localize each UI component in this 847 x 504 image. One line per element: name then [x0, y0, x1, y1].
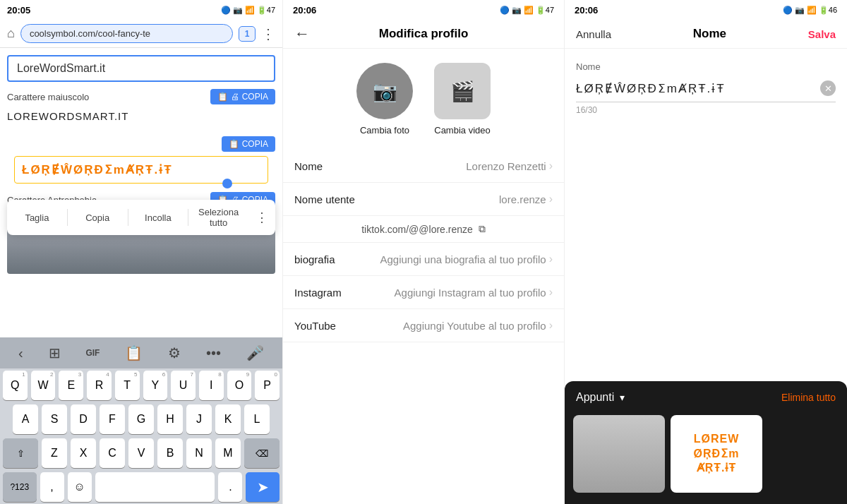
search-input[interactable]	[7, 55, 275, 82]
key-t[interactable]: 5T	[115, 371, 140, 400]
keyboard: ‹ ⊞ GIF 📋 ⚙ ••• 🎤 1Q 2W 3E 4R 5T 6Y 7U 8…	[0, 337, 282, 504]
kb-gif-btn[interactable]: GIF	[81, 345, 104, 361]
url-field[interactable]: coolsymbol.com/cool-fancy-te	[20, 24, 233, 43]
key-comma[interactable]: ,	[40, 472, 64, 502]
appunti-overlay: Appunti ▾ Elimina tutto LØREWØŖĐƩmȺŖŦ.ɨŦ	[565, 381, 847, 504]
key-r[interactable]: 4R	[87, 371, 112, 400]
keyboard-row1: 1Q 2W 3E 4R 5T 6Y 7U 8I 9O 0P	[0, 368, 282, 402]
key-e[interactable]: 3E	[59, 371, 83, 400]
key-emoji[interactable]: ☺	[68, 472, 92, 502]
save-button[interactable]: Salva	[808, 28, 836, 40]
appunti-chevron-icon[interactable]: ▾	[620, 392, 625, 403]
key-f[interactable]: F	[100, 404, 125, 434]
video-change-item[interactable]: 🎬 Cambia video	[434, 63, 491, 136]
profile-video[interactable]: 🎬	[434, 63, 491, 119]
key-h[interactable]: H	[157, 404, 183, 434]
field-label-biografia: biografia	[294, 253, 335, 265]
profile-fields: Nome Lorenzo Renzetti › Nome utente lore…	[283, 143, 564, 349]
keyboard-toolbar: ‹ ⊞ GIF 📋 ⚙ ••• 🎤	[0, 337, 282, 368]
kb-mic-btn[interactable]: 🎤	[242, 342, 268, 364]
key-w[interactable]: 2W	[31, 371, 56, 400]
cancel-button[interactable]: Annulla	[576, 28, 611, 40]
key-v[interactable]: V	[128, 438, 154, 468]
key-a[interactable]: A	[13, 404, 38, 434]
key-send[interactable]: ➤	[246, 472, 280, 502]
field-youtube[interactable]: YouTube Aggiungi Youtube al tuo profilo …	[283, 309, 564, 342]
key-z[interactable]: Z	[42, 438, 67, 468]
more-icon[interactable]: ⋮	[261, 25, 275, 42]
name-input-text: ŁØŖɆŴØŖĐƩmȺŖŦ.ɨŦ	[576, 81, 726, 96]
field-label-instagram: Instagram	[294, 287, 342, 299]
fancy-input-section[interactable]: ŁØŖɆŴØŖĐƩmȺŖŦ.ɨŦ	[14, 156, 268, 184]
key-123[interactable]: ?123	[3, 472, 37, 502]
key-d[interactable]: D	[71, 404, 96, 434]
kb-settings-btn[interactable]: ⚙	[164, 342, 185, 364]
key-b[interactable]: B	[157, 438, 183, 468]
key-s[interactable]: S	[42, 404, 67, 434]
key-y[interactable]: 6Y	[143, 371, 168, 400]
key-j[interactable]: J	[186, 404, 212, 434]
key-g[interactable]: G	[128, 404, 154, 434]
context-menu: Taglia Copia Incolla Seleziona tutto ⋮	[7, 200, 275, 235]
time-panel2: 20:06	[293, 5, 316, 16]
appunti-item-2[interactable]: LØREWØŖĐƩmȺŖŦ.ɨŦ	[671, 415, 762, 493]
copy-icon2: 📋	[229, 139, 239, 149]
key-shift[interactable]: ⇧	[3, 438, 38, 468]
context-menu-seleziona-tutto[interactable]: Seleziona tutto	[188, 200, 248, 235]
context-menu-more-icon[interactable]: ⋮	[248, 203, 275, 232]
kb-sticker-btn[interactable]: ⊞	[44, 342, 65, 364]
tab-button[interactable]: 1	[239, 26, 256, 42]
copy-link-icon[interactable]: ⧉	[479, 223, 486, 235]
key-c[interactable]: C	[100, 438, 125, 468]
selection-handle	[222, 179, 232, 188]
statusbar-panel3: 20:06 🔵 📷 📶 🔋46	[565, 0, 847, 20]
copy-btn-maiuscolo[interactable]: 📋 🖨 COPIA	[210, 89, 275, 104]
context-menu-incolla[interactable]: Incolla	[128, 205, 188, 230]
photos-section: 📷 Cambia foto 🎬 Cambia video	[283, 49, 564, 143]
field-instagram[interactable]: Instagram Aggiungi Instagram al tuo prof…	[283, 276, 564, 309]
name-edit-header: Annulla Nome Salva	[565, 20, 847, 49]
kb-back-btn[interactable]: ‹	[14, 342, 28, 364]
name-input-row[interactable]: ŁØŖɆŴØŖĐƩmȺŖŦ.ɨŦ ✕	[576, 75, 836, 102]
appunti-item-1[interactable]	[573, 415, 665, 493]
key-i[interactable]: 8I	[199, 371, 224, 400]
photo-change-item[interactable]: 📷 Cambia foto	[356, 63, 413, 136]
arrow-nome: ›	[549, 160, 553, 172]
appunti-delete-all-button[interactable]: Elimina tutto	[781, 392, 836, 403]
key-backspace[interactable]: ⌫	[244, 438, 280, 468]
key-p[interactable]: 0P	[255, 371, 280, 400]
key-l[interactable]: L	[244, 404, 270, 434]
key-u[interactable]: 7U	[171, 371, 196, 400]
field-value-youtube: Aggiungi Youtube al tuo profilo ›	[403, 319, 553, 332]
profile-photo[interactable]: 📷	[356, 63, 413, 119]
field-nome-utente[interactable]: Nome utente lore.renze ›	[283, 183, 564, 216]
copy-btn-fancy[interactable]: 📋 COPIA	[222, 136, 275, 152]
kb-more-btn[interactable]: •••	[202, 342, 225, 364]
key-x[interactable]: X	[71, 438, 96, 468]
appunti-header: Appunti ▾ Elimina tutto	[565, 381, 847, 409]
home-icon[interactable]: ⌂	[7, 26, 15, 41]
field-label-youtube: YouTube	[294, 320, 336, 332]
context-menu-taglia[interactable]: Taglia	[7, 205, 67, 230]
maiuscolo-text: LOREWORDSMART.IT	[7, 107, 275, 125]
appunti-items: LØREWØŖĐƩmȺŖŦ.ɨŦ	[565, 409, 847, 504]
key-o[interactable]: 9O	[227, 371, 252, 400]
key-q[interactable]: 1Q	[3, 371, 28, 400]
status-icons-panel3: 🔵 📷 📶 🔋46	[783, 6, 837, 15]
char-count: 16/30	[565, 102, 847, 118]
clear-name-button[interactable]: ✕	[820, 80, 836, 96]
back-button[interactable]: ←	[294, 25, 310, 43]
kb-clipboard-btn[interactable]: 📋	[121, 342, 147, 364]
key-m[interactable]: M	[215, 438, 241, 468]
key-k[interactable]: K	[215, 404, 241, 434]
arrow-biografia: ›	[549, 253, 553, 265]
video-label: Cambia video	[434, 125, 491, 136]
key-period[interactable]: .	[218, 472, 242, 502]
key-space[interactable]	[95, 472, 215, 502]
field-value-nome: Lorenzo Renzetti ›	[466, 160, 553, 172]
context-menu-copia[interactable]: Copia	[68, 205, 128, 230]
key-n[interactable]: N	[186, 438, 212, 468]
keyboard-row3: ⇧ Z X C V B N M ⌫	[0, 436, 282, 470]
field-nome[interactable]: Nome Lorenzo Renzetti ›	[283, 150, 564, 183]
field-biografia[interactable]: biografia Aggiungi una biografia al tuo …	[283, 243, 564, 276]
